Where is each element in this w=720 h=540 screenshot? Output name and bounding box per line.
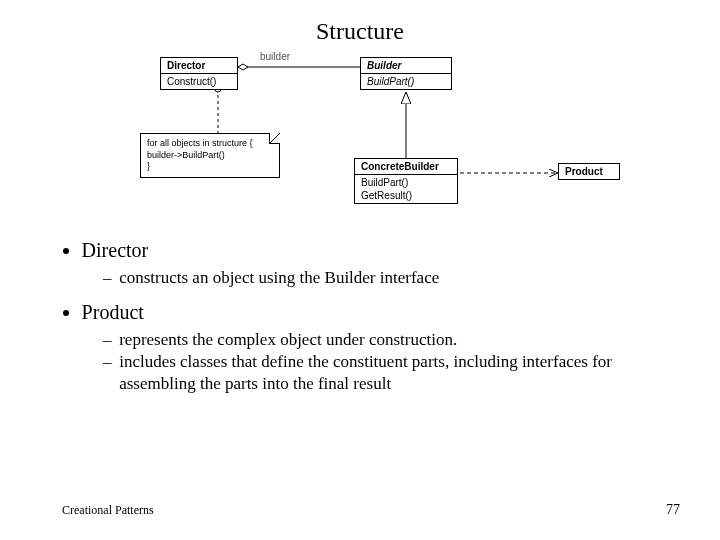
class-op: BuildPart()	[355, 174, 457, 190]
bullet-director: Director constructs an object using the …	[82, 237, 660, 289]
bullet-label: Product	[82, 301, 144, 323]
bullet-product: Product represents the complex object un…	[82, 299, 660, 395]
note-line: for all objects in structure {	[147, 138, 273, 150]
class-name: Product	[559, 164, 619, 179]
subbullet: constructs an object using the Builder i…	[116, 267, 660, 289]
uml-class-builder: Builder BuildPart()	[360, 57, 452, 90]
class-op: Construct()	[161, 73, 237, 89]
class-name: Builder	[361, 58, 451, 73]
note-line: }	[147, 161, 273, 173]
uml-class-product: Product	[558, 163, 620, 180]
bullet-label: Director	[82, 239, 149, 261]
class-op: BuildPart()	[361, 73, 451, 89]
subbullet: represents the complex object under cons…	[116, 329, 660, 351]
footer-left: Creational Patterns	[62, 503, 154, 518]
uml-class-concrete-builder: ConcreteBuilder BuildPart() GetResult()	[354, 158, 458, 204]
subbullet: includes classes that define the constit…	[116, 351, 660, 395]
class-name: ConcreteBuilder	[355, 159, 457, 174]
note-line: builder->BuildPart()	[147, 150, 273, 162]
bullet-content: Director constructs an object using the …	[0, 237, 720, 395]
class-op: GetResult()	[355, 190, 457, 203]
uml-class-director: Director Construct()	[160, 57, 238, 90]
page-number: 77	[666, 502, 680, 518]
slide-title: Structure	[0, 0, 720, 53]
class-name: Director	[161, 58, 237, 73]
uml-note: for all objects in structure { builder->…	[140, 133, 280, 178]
uml-diagram: builder Director Construct() Builder Bui…	[110, 53, 670, 233]
assoc-label-builder: builder	[260, 51, 290, 62]
